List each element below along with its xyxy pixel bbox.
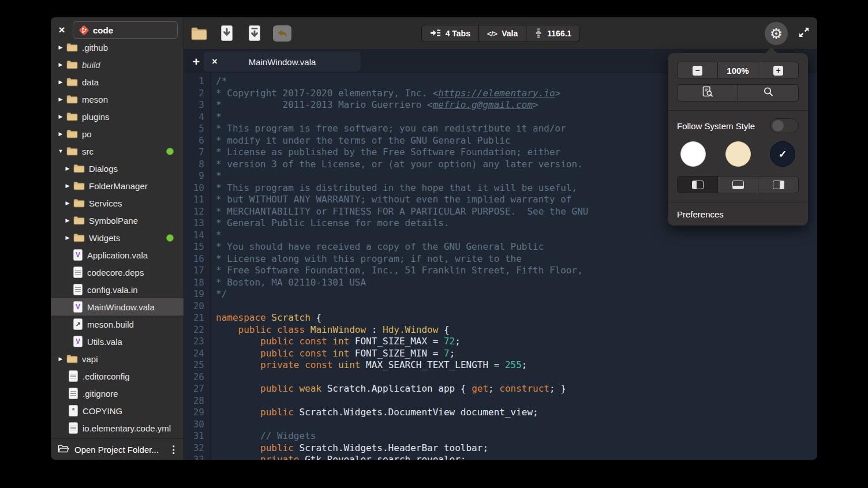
light-style-option[interactable]	[680, 141, 706, 167]
tree-item-meson[interactable]: ▶meson	[51, 91, 184, 108]
tab-count-label: 4 Tabs	[446, 29, 470, 38]
folder-icon	[66, 112, 78, 121]
expand-arrow-icon[interactable]: ▼	[58, 148, 63, 154]
dark-style-option-selected[interactable]: ✓	[770, 141, 795, 167]
collapse-arrow-icon[interactable]: ▶	[58, 131, 63, 137]
zoom-in-button[interactable]: +	[758, 62, 799, 79]
line-number: 16	[184, 253, 204, 265]
tree-item-Utils.vala[interactable]: VUtils.vala	[51, 333, 184, 350]
tree-item-Widgets[interactable]: ▶Widgets	[51, 229, 184, 246]
kebab-menu-button[interactable]: ⋮	[169, 444, 178, 456]
tree-item-data[interactable]: ▶data	[51, 73, 184, 91]
tree-item-COPYING[interactable]: *COPYING	[51, 402, 184, 419]
save-as-button[interactable]	[245, 24, 264, 43]
save-button[interactable]	[218, 24, 236, 43]
tab-overview-button[interactable]: 4 Tabs	[421, 25, 479, 42]
close-project-button[interactable]: ×	[55, 24, 68, 36]
tree-item-meson.build[interactable]: ↗meson.build	[51, 316, 184, 333]
collapse-arrow-icon[interactable]: ▶	[65, 200, 70, 206]
sepia-style-option[interactable]	[725, 141, 751, 167]
fullscreen-button[interactable]	[798, 26, 810, 41]
preferences-menu-item[interactable]: Preferences	[668, 202, 808, 226]
restore-button-disabled[interactable]	[273, 24, 291, 43]
tree-item-MainWindow.vala[interactable]: VMainWindow.vala	[51, 298, 184, 316]
collapse-arrow-icon[interactable]: ▶	[58, 44, 63, 50]
code-line: public weak Scratch.Application app { ge…	[216, 383, 817, 395]
panel-bottom-layout-button[interactable]	[717, 176, 758, 193]
tree-item-build[interactable]: ▶build	[51, 56, 184, 73]
find-in-document-button[interactable]	[677, 84, 738, 102]
git-modified-badge	[166, 234, 174, 242]
tab-mainwindow-vala[interactable]: × MainWindow.vala	[204, 52, 361, 72]
zoom-out-button[interactable]: −	[677, 62, 718, 79]
tree-item-FolderManager[interactable]: ▶FolderManager	[51, 177, 184, 194]
tree-item-label: Utils.vala	[87, 337, 122, 347]
line-number: 17	[184, 265, 204, 277]
goto-line-button[interactable]: 1166.1	[526, 25, 580, 42]
tab-close-icon[interactable]: ×	[209, 57, 220, 67]
collapse-arrow-icon[interactable]: ▶	[58, 96, 63, 102]
tree-item-label: MainWindow.vala	[87, 302, 155, 312]
tree-item-io.elementary.code.yml[interactable]: io.elementary.code.yml	[51, 419, 184, 437]
tree-item-plugins[interactable]: ▶plugins	[51, 108, 184, 125]
find-group	[677, 84, 799, 102]
tree-item-src[interactable]: ▼src	[51, 142, 184, 160]
tree-item-label: build	[82, 60, 100, 70]
tree-item-label: data	[82, 77, 99, 87]
language-button[interactable]: </> Vala	[478, 25, 526, 42]
collapse-arrow-icon[interactable]: ▶	[65, 166, 70, 171]
follow-system-toggle[interactable]	[770, 118, 799, 133]
tree-item-Dialogs[interactable]: ▶Dialogs	[51, 160, 184, 177]
folder-icon	[66, 147, 78, 156]
collapse-arrow-icon[interactable]: ▶	[58, 114, 63, 119]
text-file-icon	[69, 388, 78, 399]
code-line	[216, 371, 817, 384]
collapse-arrow-icon[interactable]: ▶	[58, 62, 63, 67]
zoom-level-button[interactable]: 100%	[717, 62, 758, 79]
follow-system-label: Follow System Style	[677, 121, 755, 131]
sidebar: × code ▶.github▶build▶data▶meson▶plugins…	[51, 17, 184, 460]
new-tab-button[interactable]: +	[189, 52, 204, 72]
search-button[interactable]	[738, 84, 799, 102]
collapse-arrow-icon[interactable]: ▶	[65, 217, 70, 223]
collapse-arrow-icon[interactable]: ▶	[58, 79, 63, 85]
folder-icon	[73, 164, 85, 173]
tree-item-Application.vala[interactable]: VApplication.vala	[51, 246, 184, 264]
headerbar: 4 Tabs </> Vala 1166.1 ⚙	[184, 17, 817, 50]
line-number: 24	[184, 348, 204, 360]
tree-item-.editorconfig[interactable]: .editorconfig	[51, 367, 184, 385]
code-line: public Scratch.Widgets.HeaderBar toolbar…	[216, 442, 817, 455]
panel-bottom-icon	[732, 181, 744, 189]
tree-item-vapi[interactable]: ▶vapi	[51, 350, 184, 367]
line-number: 26	[184, 371, 204, 384]
tree-item-.github[interactable]: ▶.github	[51, 43, 184, 56]
tree-item-SymbolPane[interactable]: ▶SymbolPane	[51, 212, 184, 229]
collapse-arrow-icon[interactable]: ▶	[65, 183, 70, 189]
text-file-icon	[69, 370, 78, 382]
open-project-footer[interactable]: Open Project Folder... ⋮	[51, 438, 184, 460]
git-project-button[interactable]: code	[73, 21, 178, 39]
tree-item-codecore.deps[interactable]: codecore.deps	[51, 264, 184, 281]
code-icon: </>	[487, 29, 497, 38]
collapse-arrow-icon[interactable]: ▶	[58, 356, 63, 362]
tree-item-Services[interactable]: ▶Services	[51, 194, 184, 212]
tree-item-config.vala.in[interactable]: config.vala.in	[51, 281, 184, 298]
line-number: 33	[184, 454, 204, 460]
line-number: 27	[184, 383, 204, 395]
line-number: 10	[184, 182, 204, 194]
settings-menu-button[interactable]: ⚙	[765, 22, 788, 45]
tree-item-po[interactable]: ▶po	[51, 125, 184, 142]
code-line: */	[216, 288, 817, 301]
code-line: public const int FONT_SIZE_MAX = 72;	[216, 336, 817, 348]
sidebar-left-layout-button[interactable]	[677, 176, 718, 193]
undo-icon	[273, 25, 291, 42]
collapse-arrow-icon[interactable]: ▶	[65, 235, 70, 241]
code-line: private const uint MAX_SEARCH_TEXT_LENGT…	[216, 359, 817, 371]
settings-popover: − 100% + Follow System Style ✓	[668, 53, 808, 226]
header-button-group: 4 Tabs </> Vala 1166.1	[421, 25, 581, 42]
line-number: 20	[184, 301, 204, 313]
open-file-button[interactable]	[190, 24, 208, 43]
tree-item-label: io.elementary.code.yml	[83, 423, 171, 433]
panel-right-layout-button[interactable]	[758, 176, 799, 193]
tree-item-.gitignore[interactable]: .gitignore	[51, 385, 184, 402]
